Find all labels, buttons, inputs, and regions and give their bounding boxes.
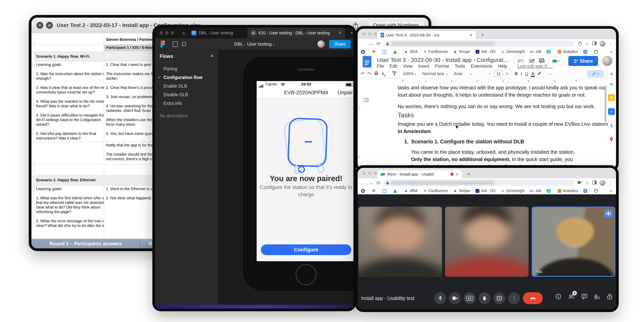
- end-call-button[interactable]: [523, 292, 543, 304]
- bookmark-star-icon[interactable]: ☆: [585, 180, 589, 186]
- bookmark-item[interactable]: Analytics: [557, 50, 578, 54]
- share-page-icon[interactable]: [578, 41, 582, 46]
- toolbar-more-icon[interactable]: ⋯: [548, 71, 552, 76]
- more-options-button[interactable]: ⋮: [508, 292, 520, 304]
- menu-extensions[interactable]: Extensions: [471, 64, 492, 69]
- traffic-light-zoom[interactable]: [374, 171, 377, 175]
- menu-tools[interactable]: Tools: [455, 64, 465, 69]
- docs-app-icon[interactable]: [363, 56, 372, 68]
- flow-item[interactable]: Enable DLB: [155, 82, 218, 90]
- font-size-increase[interactable]: +: [506, 71, 508, 76]
- host-controls-icon[interactable]: [607, 294, 612, 300]
- bookmark-item[interactable]: [361, 50, 366, 54]
- participant-video-tile[interactable]: [445, 206, 528, 277]
- menu-insert[interactable]: Insert: [418, 64, 429, 69]
- paint-format-icon[interactable]: [392, 71, 396, 77]
- share-button[interactable]: Share: [568, 56, 598, 66]
- share-button[interactable]: Share: [329, 40, 351, 48]
- collapse-toolbar-icon[interactable]: ∧: [610, 71, 613, 76]
- bookmark-star-icon[interactable]: ☆: [585, 41, 589, 46]
- traffic-light-zoom[interactable]: [374, 32, 377, 36]
- chat-icon[interactable]: [582, 294, 587, 299]
- bookmark-item[interactable]: Analytics: [557, 188, 578, 193]
- underline-button[interactable]: U: [525, 71, 528, 76]
- info-icon[interactable]: [556, 294, 561, 300]
- bookmark-item[interactable]: jolt Jolt: [530, 188, 541, 193]
- chrome-menu-icon[interactable]: ⋮: [608, 180, 613, 186]
- traffic-light-minimize[interactable]: [368, 171, 372, 175]
- traffic-light-close[interactable]: [362, 171, 366, 175]
- font-select[interactable]: Arial ▾: [454, 71, 482, 76]
- calendar-icon[interactable]: 31: [608, 80, 615, 88]
- doc-title[interactable]: User Test 3 - 2022-06-30 - Install app -…: [377, 57, 508, 63]
- bookmark-item[interactable]: M: [372, 189, 377, 193]
- unpair-button[interactable]: Unpair: [338, 90, 353, 96]
- back-icon[interactable]: ←: [361, 41, 366, 46]
- bookmark-item[interactable]: 7: [382, 50, 388, 54]
- flow-item[interactable]: Disable DLB: [155, 90, 218, 99]
- highlight-button[interactable]: [538, 71, 542, 76]
- participant-video-tile[interactable]: [358, 206, 442, 277]
- forward-icon[interactable]: →: [368, 180, 373, 186]
- blocked-icon[interactable]: ⊘: [46, 22, 53, 29]
- mic-button[interactable]: [434, 292, 446, 304]
- traffic-light-zoom[interactable]: [171, 31, 174, 35]
- sheet-tab-participants[interactable]: Round 1 – Participants answers: [32, 239, 140, 248]
- flow-item[interactable]: Pairing: [155, 64, 218, 73]
- bookmark-item[interactable]: [594, 50, 600, 54]
- bookmark-item[interactable]: M: [372, 50, 377, 54]
- keep-icon[interactable]: [608, 94, 615, 101]
- traffic-light-minimize[interactable]: [368, 32, 372, 36]
- new-tab-button[interactable]: +: [467, 171, 470, 177]
- traffic-light-close[interactable]: [362, 32, 366, 36]
- bookmark-item[interactable]: [393, 189, 399, 193]
- indent-marker[interactable]: ▾: [402, 78, 404, 82]
- tasks-icon[interactable]: ✓: [608, 108, 615, 115]
- bookmark-item[interactable]: jolt Jolt: [530, 50, 541, 54]
- configure-button[interactable]: Configure: [261, 244, 351, 255]
- font-size-field[interactable]: 11: [494, 70, 503, 77]
- bookmark-item[interactable]: ∞ Jolt - DS: [476, 188, 496, 193]
- self-video-tile[interactable]: You: [532, 206, 615, 277]
- italic-button[interactable]: I: [521, 71, 522, 76]
- bookmark-item[interactable]: |> Zeroheight: [501, 188, 524, 193]
- menu-help[interactable]: Help: [498, 64, 507, 69]
- bookmark-item[interactable]: ✕ Confluence: [423, 50, 448, 54]
- url-bar[interactable]: [384, 40, 575, 47]
- close-tab-icon[interactable]: ✕: [470, 33, 473, 38]
- reload-icon[interactable]: ⟳: [376, 41, 380, 46]
- captions-button[interactable]: CC: [464, 292, 476, 304]
- close-icon[interactable]: ✕: [36, 22, 43, 29]
- bold-button[interactable]: B: [514, 71, 518, 76]
- avatar[interactable]: [602, 56, 612, 66]
- participants-icon[interactable]: 3: [568, 294, 574, 299]
- chrome-menu-icon[interactable]: ⋮: [608, 41, 613, 46]
- traffic-light-minimize[interactable]: [165, 31, 168, 35]
- new-tab-button[interactable]: +: [350, 30, 354, 36]
- scrollbar-thumb[interactable]: [604, 86, 606, 122]
- chrome-tab-meet[interactable]: Meet - Install app - Usabili ✕: [378, 170, 462, 178]
- redo-icon[interactable]: ↷: [367, 71, 371, 76]
- document-page[interactable]: 1 2 tasks and observe how you interact w…: [358, 84, 616, 169]
- add-collaborator-icon[interactable]: [514, 56, 524, 66]
- bookmark-item[interactable]: ◆ Tempo: [453, 188, 470, 193]
- activities-icon[interactable]: [594, 294, 600, 299]
- margin-marker[interactable]: ▾: [576, 78, 577, 82]
- forward-icon[interactable]: →: [368, 41, 373, 46]
- phone-home-button[interactable]: [295, 264, 317, 286]
- flow-item[interactable]: ✓ Configuration flow: [155, 73, 218, 82]
- bookmark-item[interactable]: ∞ Jolt - DS: [476, 50, 496, 54]
- meet-join-button[interactable]: ▾: [548, 56, 564, 66]
- menu-view[interactable]: View: [403, 64, 412, 69]
- bookmarks-overflow-icon[interactable]: »: [610, 50, 612, 54]
- editing-mode-select[interactable]: ▾: [587, 70, 604, 78]
- font-size-decrease[interactable]: −: [489, 71, 491, 76]
- menu-file[interactable]: File: [377, 64, 384, 69]
- flow-item[interactable]: Extra info: [155, 99, 218, 108]
- bookmark-item[interactable]: ◆ JIRA: [404, 188, 418, 193]
- home-icon[interactable]: ⌂: [182, 30, 185, 36]
- maps-icon[interactable]: [608, 136, 615, 142]
- present-button[interactable]: [493, 292, 505, 304]
- bookmark-item[interactable]: |> Zeroheight: [501, 50, 524, 54]
- url-bar[interactable]: [384, 180, 574, 186]
